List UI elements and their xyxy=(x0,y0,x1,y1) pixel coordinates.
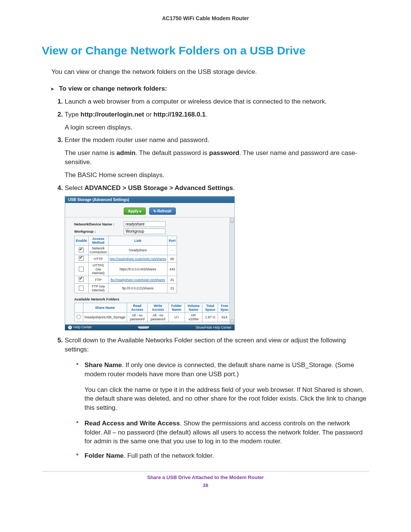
step-2-result: A login screen displays. xyxy=(65,123,369,132)
link-cell[interactable]: ftp://readyshare.routerlogin.net/shares xyxy=(108,276,167,284)
port-cell: 80 xyxy=(167,255,177,263)
procedure-label: To view or change network folders: xyxy=(59,85,167,93)
step-1-text: Launch a web browser from a computer or … xyxy=(65,97,369,106)
read-cell: All - no password xyxy=(127,313,148,322)
enable-checkbox[interactable] xyxy=(79,248,84,252)
col-total: Total Space xyxy=(202,303,218,313)
device-name-label: Network/Device Name : xyxy=(74,222,124,226)
access-row: FTP (via internet)ftp://0.0.0.0:21/share… xyxy=(75,284,177,293)
folders-table: Share Name Read Access Write Access Fold… xyxy=(74,303,231,322)
workgroup-input[interactable] xyxy=(124,228,166,234)
col-write: Write Access xyxy=(148,303,169,313)
step-2: Type http://routerlogin.net or http://19… xyxy=(65,110,369,132)
port-cell: 21 xyxy=(167,284,177,293)
enable-checkbox[interactable] xyxy=(79,286,84,291)
procedure-heading: ➤ To view or change network folders: xyxy=(42,85,369,93)
link-cell: \\readyshare xyxy=(108,246,167,255)
access-method-table: Enable Access Method Link Port Network C… xyxy=(74,236,177,293)
total-cell: 1.87 G xyxy=(202,313,218,322)
workgroup-row: Workgroup : xyxy=(74,228,231,234)
intro-text: You can view or change the network folde… xyxy=(51,68,369,77)
running-head: AC1750 WiFi Cable Modem Router xyxy=(42,15,369,21)
available-folders-heading: Available Network Folders xyxy=(74,297,231,301)
help-center-link[interactable]: Help Center xyxy=(68,325,92,329)
bullet-share-name-extra: You can click the name or type it in the… xyxy=(84,385,369,412)
method-cell: HTTP xyxy=(88,255,108,263)
page-title: View or Change Network Folders on a USB … xyxy=(42,44,369,57)
method-cell: HTTPS (via internet) xyxy=(88,263,108,276)
volume-cell: HP v100w xyxy=(185,313,202,322)
ui-button-bar: Apply ▸ ↻ Refresh xyxy=(65,203,234,217)
step-4: Select ADVANCED > USB Storage > Advanced… xyxy=(65,184,369,193)
link-cell: ftp://0.0.0.0:21/shares xyxy=(108,284,167,293)
col-enable: Enable xyxy=(75,236,89,246)
footer-chapter: Share a USB Drive Attached to the Modem … xyxy=(42,474,369,480)
step-3-text: Enter the modem router user name and pas… xyxy=(65,136,369,145)
workgroup-label: Workgroup : xyxy=(74,229,124,233)
method-cell: FTP xyxy=(88,276,108,284)
bullet-access: Read Access and Write Access. Show the p… xyxy=(76,419,369,446)
link-cell[interactable]: http://readyshare.routerlogin.net/shares xyxy=(108,255,167,263)
apply-button[interactable]: Apply ▸ xyxy=(124,208,146,215)
method-cell: FTP (via internet) xyxy=(88,284,108,293)
step-2-text: Type http://routerlogin.net or http://19… xyxy=(65,110,369,119)
enable-checkbox[interactable] xyxy=(79,277,84,282)
step-5-text: Scroll down to the Available Networks Fo… xyxy=(65,336,369,354)
step-3-result: The BASIC Home screen displays. xyxy=(65,171,369,180)
access-row: FTPftp://readyshare.routerlogin.net/shar… xyxy=(75,276,177,284)
bullet-share-name: Share Name. If only one device is connec… xyxy=(76,361,369,412)
port-cell: - xyxy=(167,246,177,255)
col-folder: Folder Name xyxy=(168,303,185,313)
device-name-input[interactable] xyxy=(124,221,166,227)
step-3-credentials: The user name is admin. The default pass… xyxy=(65,149,369,167)
step-3: Enter the modem router user name and pas… xyxy=(65,136,369,179)
footer-page-number: 38 xyxy=(42,482,369,488)
enable-checkbox[interactable] xyxy=(79,256,84,261)
col-link: Link xyxy=(108,236,167,246)
step-1: Launch a web browser from a computer or … xyxy=(65,97,369,106)
col-volume: Volume Name xyxy=(185,303,202,313)
scrollbar[interactable] xyxy=(229,217,234,324)
device-name-row: Network/Device Name : xyxy=(74,221,231,227)
access-row: Network Connection\\readyshare- xyxy=(75,246,177,255)
folder-cell: U:\ xyxy=(168,313,185,322)
bullet-folder-name: Folder Name. Full path of the network fo… xyxy=(76,451,369,460)
step-4-text: Select ADVANCED > USB Storage > Advanced… xyxy=(65,184,369,193)
footer-rule xyxy=(42,471,369,471)
refresh-button[interactable]: ↻ Refresh xyxy=(149,208,176,215)
share-cell: \\readyshare\USB_Storage xyxy=(83,313,127,322)
access-row: HTTPhttp://readyshare.routerlogin.net/sh… xyxy=(75,255,177,263)
write-cell: All - no password xyxy=(148,313,169,322)
col-read: Read Access xyxy=(127,303,148,313)
usb-settings-screenshot: USB Storage (Advanced Settings) Apply ▸ … xyxy=(65,196,235,331)
folder-row[interactable]: \\readyshare\USB_Storage All - no passwo… xyxy=(75,313,231,322)
port-cell: 21 xyxy=(167,276,177,284)
enable-checkbox[interactable] xyxy=(79,267,84,272)
access-row: HTTPS (via internet)https://0.0.0.0:443/… xyxy=(75,263,177,276)
step-5: Scroll down to the Available Networks Fo… xyxy=(65,336,369,460)
col-method: Access Method xyxy=(88,236,108,246)
folder-radio[interactable] xyxy=(76,315,81,319)
ui-window-title: USB Storage (Advanced Settings) xyxy=(65,197,234,203)
link-cell: https://0.0.0.0:443/shares xyxy=(108,263,167,276)
show-hide-help-link[interactable]: Show/Hide Help Center xyxy=(196,326,231,329)
col-share: Share Name xyxy=(83,303,127,313)
chevron-right-icon: ➤ xyxy=(50,86,54,92)
method-cell: Network Connection xyxy=(88,246,108,255)
col-port: Port xyxy=(167,236,177,246)
port-cell: 443 xyxy=(167,263,177,276)
resize-grip-icon xyxy=(138,326,149,329)
ui-footer: Help Center Show/Hide Help Center xyxy=(65,324,234,330)
